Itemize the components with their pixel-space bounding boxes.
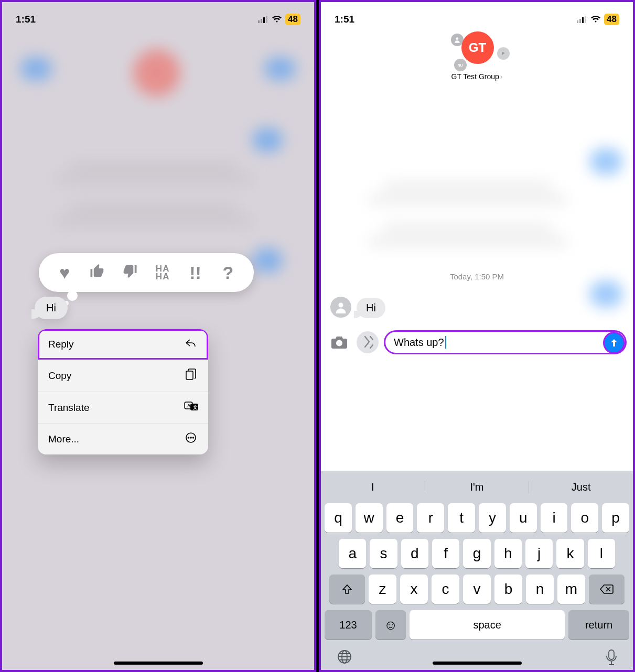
menu-translate[interactable]: Translate A文 xyxy=(38,392,208,424)
key-c[interactable]: c xyxy=(432,575,459,604)
globe-icon[interactable] xyxy=(337,649,352,668)
key-k[interactable]: k xyxy=(556,539,584,568)
menu-reply[interactable]: Reply xyxy=(38,329,208,360)
svg-text:A: A xyxy=(187,403,191,408)
tapback-bar: ♥ HAHA !! ? xyxy=(39,253,254,292)
svg-rect-4 xyxy=(186,371,193,380)
svg-rect-16 xyxy=(585,16,586,23)
composer-row: Whats up? xyxy=(328,331,626,353)
message-input[interactable]: Whats up? xyxy=(385,331,626,353)
left-screenshot: 1:51 48 ♥ HAHA !! ? Hi Reply xyxy=(0,0,316,672)
chevron-right-icon: › xyxy=(500,72,503,81)
home-indicator[interactable] xyxy=(114,662,203,665)
menu-copy[interactable]: Copy xyxy=(38,360,208,392)
status-time: 1:51 xyxy=(335,14,354,25)
key-z[interactable]: z xyxy=(369,575,396,604)
message-bubble[interactable]: Hi xyxy=(357,298,385,318)
key-n[interactable]: n xyxy=(526,575,554,604)
reply-arrow-icon xyxy=(184,338,198,351)
key-backspace[interactable] xyxy=(589,575,625,604)
key-w[interactable]: w xyxy=(356,503,383,533)
svg-point-19 xyxy=(338,341,341,345)
sender-avatar-icon[interactable] xyxy=(330,297,351,318)
key-h[interactable]: h xyxy=(494,539,522,568)
key-123[interactable]: 123 xyxy=(325,610,372,640)
svg-rect-15 xyxy=(582,17,584,23)
svg-point-10 xyxy=(188,437,189,438)
more-ellipsis-icon xyxy=(184,432,198,446)
suggestion-1[interactable]: I xyxy=(321,481,425,493)
key-f[interactable]: f xyxy=(432,539,459,568)
suggestion-2[interactable]: I'm xyxy=(425,481,530,493)
key-shift[interactable] xyxy=(329,575,365,604)
status-bar: 1:51 48 xyxy=(321,2,633,30)
tapback-question-icon[interactable]: ? xyxy=(217,263,240,283)
group-avatar: GT xyxy=(461,31,494,64)
keyboard-row-2: a s d f g h j k l xyxy=(321,536,633,571)
key-t[interactable]: t xyxy=(448,503,475,533)
key-return[interactable]: return xyxy=(568,610,629,640)
key-g[interactable]: g xyxy=(463,539,490,568)
dictation-mic-icon[interactable] xyxy=(606,649,617,668)
key-q[interactable]: q xyxy=(325,503,352,533)
keyboard: I I'm Just q w e r t y u i o p a s d f xyxy=(321,471,633,670)
keyboard-row-4: 123 ☺ space return xyxy=(321,607,633,643)
tapback-exclaim-icon[interactable]: !! xyxy=(184,263,207,283)
key-p[interactable]: p xyxy=(602,503,629,533)
apps-button[interactable] xyxy=(357,331,379,353)
wifi-icon xyxy=(590,16,601,23)
key-v[interactable]: v xyxy=(463,575,491,604)
key-b[interactable]: b xyxy=(494,575,522,604)
tapback-haha-icon[interactable]: HAHA xyxy=(151,265,174,281)
suggestion-bar: I I'm Just xyxy=(321,474,633,500)
key-i[interactable]: i xyxy=(541,503,568,533)
key-s[interactable]: s xyxy=(370,539,397,568)
copy-icon xyxy=(184,368,198,383)
svg-point-11 xyxy=(190,437,191,438)
key-o[interactable]: o xyxy=(571,503,598,533)
svg-rect-13 xyxy=(577,20,578,23)
tapback-heart-icon[interactable]: ♥ xyxy=(53,263,76,283)
message-bubble[interactable]: Hi xyxy=(35,297,68,319)
cellular-icon xyxy=(577,16,587,23)
key-l[interactable]: l xyxy=(588,539,615,568)
svg-rect-14 xyxy=(579,19,581,23)
camera-button[interactable] xyxy=(328,331,350,353)
svg-point-17 xyxy=(456,37,458,40)
key-j[interactable]: j xyxy=(525,539,553,568)
participant-avatar-nu: NU xyxy=(454,59,467,71)
key-m[interactable]: m xyxy=(557,575,585,604)
svg-point-12 xyxy=(193,437,194,438)
svg-point-18 xyxy=(339,303,343,308)
battery-level: 48 xyxy=(604,14,619,25)
key-a[interactable]: a xyxy=(339,539,366,568)
key-x[interactable]: x xyxy=(400,575,428,604)
key-r[interactable]: r xyxy=(417,503,444,533)
key-emoji[interactable]: ☺ xyxy=(375,610,406,640)
participant-avatar-p: P xyxy=(497,47,510,60)
timestamp: Today, 1:50 PM xyxy=(321,272,633,281)
send-button[interactable] xyxy=(605,333,623,352)
conversation-header[interactable]: GT P NU GT Test Group › xyxy=(321,31,633,81)
keyboard-bottom-bar xyxy=(321,643,633,672)
key-space[interactable]: space xyxy=(410,610,565,640)
key-y[interactable]: y xyxy=(479,503,506,533)
group-name[interactable]: GT Test Group › xyxy=(451,72,503,81)
tapback-thumbsup-icon[interactable] xyxy=(85,263,109,283)
translate-icon: A文 xyxy=(184,400,198,415)
keyboard-row-3: z x c v b n m xyxy=(321,571,633,607)
key-u[interactable]: u xyxy=(510,503,537,533)
key-d[interactable]: d xyxy=(401,539,428,568)
text-cursor xyxy=(445,336,446,349)
right-screenshot: 1:51 48 GT P NU GT Test Group › xyxy=(319,0,635,672)
home-indicator[interactable] xyxy=(433,662,522,665)
suggestion-3[interactable]: Just xyxy=(529,481,633,493)
svg-text:文: 文 xyxy=(192,405,198,410)
keyboard-row-1: q w e r t y u i o p xyxy=(321,500,633,536)
svg-rect-22 xyxy=(609,650,614,659)
menu-more[interactable]: More... xyxy=(38,424,208,454)
context-menu: Reply Copy Translate A文 More... xyxy=(38,329,208,454)
tapback-thumbsdown-icon[interactable] xyxy=(119,263,142,283)
avatar-cluster: GT P NU xyxy=(453,31,501,70)
key-e[interactable]: e xyxy=(386,503,414,533)
